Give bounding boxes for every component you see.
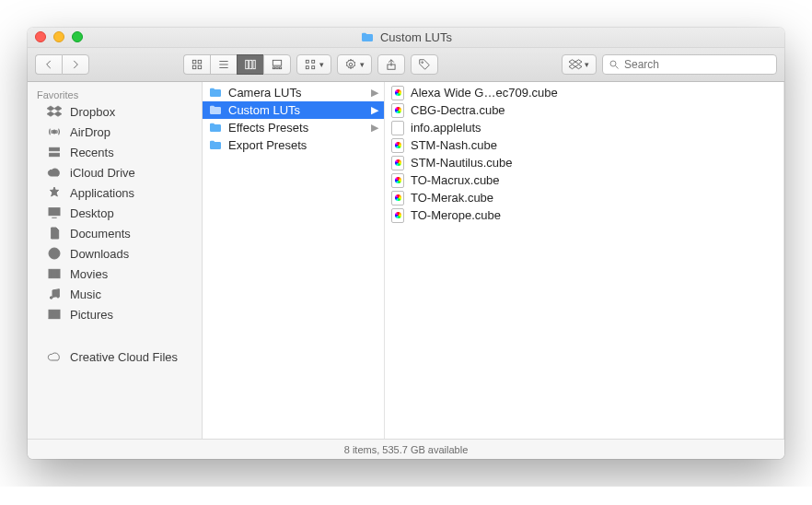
svg-rect-17 [312,66,315,69]
file-row[interactable]: STM-Nautilus.cube [385,154,783,171]
svg-point-25 [610,61,616,66]
row-label: TO-Macrux.cube [411,173,500,187]
sidebar-item-movies[interactable]: Movies [28,264,202,284]
file-icon [390,121,405,135]
movies-icon [46,266,63,281]
file-icon [390,86,405,100]
file-row[interactable]: info.appleluts [385,119,783,136]
apps-icon [46,185,63,200]
status-bar: 8 items, 535.7 GB available [28,439,784,459]
file-row[interactable]: Alexa Wide G…ec709.cube [385,84,783,101]
file-row[interactable]: TO-Macrux.cube [385,171,783,189]
pictures-icon [46,307,63,322]
view-switcher [183,54,291,75]
arrange-button[interactable]: ▾ [296,54,331,75]
sidebar-item-music[interactable]: Music [28,284,202,304]
column-1[interactable]: Camera LUTs▶Custom LUTs▶Effects Presets▶… [203,82,385,439]
search-input[interactable] [624,58,771,71]
svg-rect-37 [49,269,60,277]
file-row[interactable]: TO-Merope.cube [385,206,783,224]
sidebar-item-documents[interactable]: Documents [28,223,202,243]
svg-rect-2 [192,65,196,69]
row-label: Effects Presets [228,121,308,135]
window-title: Custom LUTs [360,30,452,45]
sidebar-item-creative-cloud[interactable]: Creative Cloud Files [28,346,202,367]
file-icon [390,138,405,153]
row-label: Camera LUTs [228,86,301,100]
svg-marker-21 [569,60,575,65]
svg-rect-11 [273,67,274,69]
view-list-button[interactable] [210,54,237,75]
svg-rect-8 [249,60,252,68]
zoom-window-button[interactable] [72,31,83,42]
svg-rect-16 [306,66,308,69]
column-2[interactable]: Alexa Wide G…ec709.cubeCBG-Dectra.cubein… [385,82,784,439]
sidebar-item-downloads[interactable]: Downloads [28,243,202,264]
folder-row[interactable]: Custom LUTs▶ [203,101,384,119]
tags-button[interactable] [411,54,438,75]
recents-icon [46,145,63,159]
folder-row[interactable]: Export Presets [203,136,384,154]
airdrop-icon [46,124,63,139]
action-button[interactable]: ▾ [337,54,372,75]
sidebar-item-label: Downloads [70,247,129,261]
row-label: STM-Nautilus.cube [411,156,513,170]
back-button[interactable] [35,54,62,75]
file-row[interactable]: TO-Merak.cube [385,189,783,206]
svg-point-20 [422,62,423,64]
minimize-window-button[interactable] [53,31,64,42]
close-window-button[interactable] [35,31,46,42]
share-button[interactable] [377,54,405,75]
svg-rect-13 [279,67,281,69]
svg-line-26 [616,66,619,69]
svg-point-41 [57,295,60,298]
row-label: STM-Nash.cube [411,138,497,152]
file-row[interactable]: STM-Nash.cube [385,136,783,154]
file-row[interactable]: CBG-Dectra.cube [385,101,783,119]
toolbar: ▾ ▾ ▾ [28,48,784,82]
svg-marker-28 [54,106,62,111]
svg-rect-12 [276,67,278,69]
sidebar-item-label: Recents [70,146,114,159]
row-label: TO-Merope.cube [411,208,501,222]
sidebar-item-label: Applications [70,186,134,200]
folder-row[interactable]: Camera LUTs▶ [203,84,384,101]
creative-cloud-icon [47,349,62,364]
svg-rect-0 [192,60,196,64]
chevron-right-icon: ▶ [371,87,378,99]
row-label: Custom LUTs [228,103,300,117]
svg-marker-29 [47,112,54,116]
folder-icon [360,30,375,45]
sidebar-item-label: Documents [70,227,131,241]
sidebar-item-desktop[interactable]: Desktop [28,203,202,223]
sidebar-header-favorites: Favorites [28,86,202,101]
desktop-icon [46,206,63,220]
dropbox-toolbar-button[interactable]: ▾ [562,54,597,75]
sidebar-item-recents[interactable]: Recents [28,142,202,162]
view-gallery-button[interactable] [263,54,291,75]
svg-rect-32 [50,147,60,150]
documents-icon [46,226,63,241]
sidebar: Favorites DropboxAirDropRecentsiCloud Dr… [28,82,203,439]
svg-rect-3 [198,65,202,69]
sidebar-item-applications[interactable]: Applications [28,182,202,203]
row-label: TO-Merak.cube [411,191,493,205]
search-field[interactable] [602,54,777,75]
forward-button[interactable] [62,54,89,75]
svg-marker-30 [54,112,62,116]
folder-row[interactable]: Effects Presets▶ [203,119,384,136]
sidebar-item-dropbox[interactable]: Dropbox [28,101,202,122]
sidebar-item-label: Movies [70,267,108,281]
file-icon [390,103,405,118]
chevron-right-icon: ▶ [371,104,378,116]
svg-marker-27 [47,106,54,111]
sidebar-item-label: AirDrop [70,125,110,139]
view-icon-button[interactable] [183,54,210,75]
sidebar-item-airdrop[interactable]: AirDrop [28,122,202,142]
music-icon [46,287,63,301]
sidebar-item-pictures[interactable]: Pictures [28,304,202,324]
view-column-button[interactable] [237,54,263,75]
sidebar-item-label: Desktop [70,206,114,220]
sidebar-item-icloud-drive[interactable]: iCloud Drive [28,162,202,182]
downloads-icon [46,246,63,261]
